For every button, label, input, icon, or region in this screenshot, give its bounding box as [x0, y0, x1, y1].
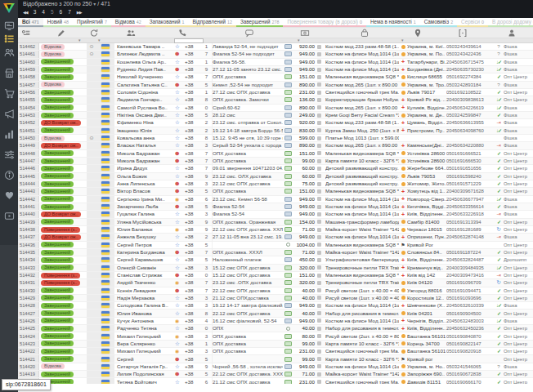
- table-row[interactable]: 514438Повернення (з..Юлия Баланюк◉+38922…: [18, 226, 533, 234]
- table-row[interactable]: 514428ЗавершенийСолодкова Галина В..☆+38…: [18, 302, 533, 310]
- table-row[interactable]: 514449ДО Возврат ож..Власюк Наталья☆+383…: [18, 142, 533, 149]
- table-row[interactable]: 514427ЗавершенийЮлия Иванова☆+38822.12 с…: [18, 310, 533, 317]
- table-row[interactable]: 514434ЗавершенийСергей Карамышев☆+385Нал…: [18, 256, 533, 264]
- last-page-button[interactable]: ▶▶: [77, 10, 82, 15]
- first-page-button[interactable]: ◀◀: [23, 10, 28, 15]
- table-row[interactable]: 514443ЗавершенийВіктор Власов⊗+385ОПХ до…: [18, 188, 533, 195]
- edit-column-icon[interactable]: [57, 29, 66, 38]
- video-icon[interactable]: [0, 208, 18, 223]
- tab-Відправлений[interactable]: Відправлений12: [188, 18, 235, 27]
- page-number[interactable]: 5: [51, 9, 54, 15]
- table-row[interactable]: 514446ЗавершенийИрина Дидух☆+38709.01 зв…: [18, 165, 533, 172]
- table-row[interactable]: 514436ЗавершенийСергей Петров☆+3851004.0…: [18, 242, 533, 249]
- app-logo-icon[interactable]: [2, 1, 16, 16]
- table-row[interactable]: 514437ДО Возврат ож..Анжела Безушку☆+382…: [18, 234, 533, 241]
- table-row[interactable]: 514454ЗавершенийСамотій Руслана Во..☆+38…: [18, 105, 533, 112]
- table-row[interactable]: 514431Повернення (з..Андрій Ткаченко◉+38…: [18, 279, 533, 287]
- tab-Запакований[interactable]: Запакований1: [146, 18, 189, 27]
- order-id: 514437: [18, 234, 39, 240]
- table-row[interactable]: 514451ЗавершенийІващенко Юлія☆+38219.12 …: [18, 127, 533, 135]
- page-number[interactable]: 7: [68, 9, 71, 15]
- table-row[interactable]: 514461Відмова⊙Близнюк Людмила ..⊗+387Фиа…: [18, 51, 533, 58]
- table-row[interactable]: 514419ЗавершенийЛилия Подолинская⊗+38522…: [18, 371, 533, 378]
- stats-icon[interactable]: [0, 127, 18, 141]
- customers-icon[interactable]: [0, 45, 18, 60]
- tab-Нема в наявності[interactable]: Нема в наявності1: [366, 18, 420, 27]
- tab-Самовивіз[interactable]: Самовивіз2: [420, 18, 457, 27]
- destination: Київ, Відділенн..: [407, 211, 446, 217]
- tab-Всі[interactable]: Всі471: [18, 18, 43, 27]
- table-row[interactable]: 514440ДО Возврат ож..Гуцалюк Галина☆+383…: [18, 211, 533, 218]
- table-row[interactable]: 514447ЗавершенийМикола Бадражан⊗+387ОПХ …: [18, 158, 533, 165]
- status-badge: Завершений: [41, 295, 74, 301]
- country-flag-icon: [96, 279, 114, 286]
- table-row[interactable]: 514424ЗавершенийМихаил Гилецький◉+383ОПХ…: [18, 332, 533, 340]
- table-row[interactable]: 514425ЗавершенийРадченко Тетяна☆+380ОПХ4…: [18, 325, 533, 332]
- donate-heart-icon[interactable]: [0, 188, 18, 203]
- manager-column-icon[interactable]: [508, 29, 517, 38]
- tracking-column-icon[interactable]: [459, 29, 468, 38]
- table-row[interactable]: 514418ЗавершенийТетяна Войтович☆+38621.1…: [18, 378, 533, 384]
- contact-source-icon: ⊗: [175, 203, 185, 210]
- table-row[interactable]: 514421ЗавершенийСергей⊗+38599.00Карта па…: [18, 355, 533, 363]
- table-row[interactable]: 514426ЗавершенийКучук Антонина◉+38416.12…: [18, 318, 533, 325]
- tab-Повернення товару (в дорозі)[interactable]: Повернення товару (в дорозі)0: [283, 18, 365, 27]
- country-flag-icon: [96, 325, 114, 332]
- comments-column-icon[interactable]: [245, 29, 254, 38]
- tab-Прийнятий[interactable]: Прийнятий7: [73, 18, 111, 27]
- settings-sliders-icon[interactable]: [0, 147, 18, 162]
- payment-icon: [283, 325, 293, 332]
- tab-Сервіси[interactable]: Сервіси0: [457, 18, 488, 27]
- cart-icon[interactable]: [0, 86, 18, 100]
- table-row[interactable]: 514441ЗавершенийЗахарченко Люба⊗+385Фиал…: [18, 203, 533, 211]
- table-row[interactable]: 514458ЗавершенийНиколай Кучеренко☆+387ОП…: [18, 74, 533, 81]
- table-row[interactable]: 514444ЗавершенийАнна Липенська⊗+38322.12…: [18, 180, 533, 188]
- destination: Ужгород 88016: [407, 287, 446, 294]
- tab-Завершений[interactable]: Завершений278: [236, 18, 284, 27]
- manager-note: ОПХ доставка. Замочки: [213, 96, 283, 103]
- table-row[interactable]: 514450Відмова⊙Ковальова анна☆+38815.12. …: [18, 135, 533, 142]
- product-column-icon[interactable]: [361, 29, 370, 38]
- table-row[interactable]: 514448ЗавершенийМикола Бадражан⊗+387ОПХ …: [18, 150, 533, 158]
- table-row[interactable]: 514429ЗавершенийНадія Мерзаєва☆+38321.12…: [18, 295, 533, 302]
- table-row[interactable]: 514433ЗавершенийОлексій Семанін☆+38315.1…: [18, 265, 533, 272]
- table-row[interactable]: 514445ЗавершенийОльга Божик☆+38923.12 см…: [18, 173, 533, 180]
- pagination-info[interactable]: Відображено з 200 по 250 ▾ / 471: [23, 1, 110, 7]
- table-row[interactable]: 514455ЗавершенийЛюдмила Гончаро..☆+388ОП…: [18, 96, 533, 104]
- shop-icon[interactable]: [0, 65, 18, 80]
- page-number[interactable]: 6: [60, 9, 63, 15]
- table-row[interactable]: 514432Повернення (з..Станіслав Стрижак⊗+…: [18, 272, 533, 279]
- location-column-icon[interactable]: [414, 29, 423, 38]
- table-row[interactable]: 514462Відмова⊙Каневська Тамара ..☆+381Ла…: [18, 43, 533, 51]
- table-row[interactable]: 514442ЗавершенийСергієнко Ірина Ми..◉+38…: [18, 196, 533, 203]
- table-row[interactable]: 514460ЗавершенийКошелева Ольга Ар..☆+381…: [18, 59, 533, 66]
- table-row[interactable]: 514435ЗавершенийКатерина Богданова⊗+387О…: [18, 249, 533, 256]
- tab-В дорозі додому[interactable]: В дорозі додому0: [488, 18, 533, 27]
- money-column-icon[interactable]: [301, 29, 310, 38]
- table-row[interactable]: 514423ЗавершенийВера Скляренко☆+381ОПХ д…: [18, 341, 533, 348]
- table-row[interactable]: 514422ЗавершенийМихаил Гилецький◉+383ОПХ…: [18, 348, 533, 355]
- status-column-icon[interactable]: [22, 29, 31, 38]
- customers-column-icon[interactable]: [127, 29, 136, 38]
- table-row[interactable]: 514453ЗавершенийНікітіна Оксана Дми..☆+3…: [18, 112, 533, 119]
- manager-note: 15.12. 9:45 не отв, 10:39 горе в..: [213, 135, 283, 141]
- orders-list-icon[interactable]: [0, 31, 18, 46]
- info-icon[interactable]: [0, 167, 18, 182]
- table-row[interactable]: 514459ЗавершенийРуденко Лидия Пав..⊗+389…: [18, 66, 533, 74]
- order-total: 60.00: [293, 173, 317, 180]
- status-badge: Завершений: [41, 204, 74, 210]
- table-row[interactable]: 514457ВідмоваСалєгина Татьяна С..⊗+385Ке…: [18, 82, 533, 89]
- page-number[interactable]: 4: [42, 9, 45, 15]
- megaphone-icon[interactable]: [0, 106, 18, 121]
- table-row[interactable]: 514430ЗавершенийКсенія Левадняя⊗+38722.1…: [18, 287, 533, 295]
- table-row[interactable]: 514452ДО Возврат ож..Єфименко Ніна☆+3822…: [18, 119, 533, 127]
- phone-column-icon[interactable]: [178, 29, 187, 38]
- tab-Відмова[interactable]: Відмова42: [111, 18, 146, 27]
- table-row[interactable]: 514439ЗавершенийУляна Мусійовська☆+389ОП…: [18, 219, 533, 226]
- table-row[interactable]: 514420ВідмоваСитарчук Наталія Гр..☆+389Ч…: [18, 363, 533, 371]
- product-icon: [317, 203, 325, 210]
- tab-Новий[interactable]: Новий48: [43, 18, 73, 27]
- table-row[interactable]: 514456ЗавершенийСоломія Сідоніна☆+38127.…: [18, 89, 533, 96]
- page-number[interactable]: 3: [34, 9, 37, 15]
- refresh-column-icon[interactable]: [90, 29, 99, 38]
